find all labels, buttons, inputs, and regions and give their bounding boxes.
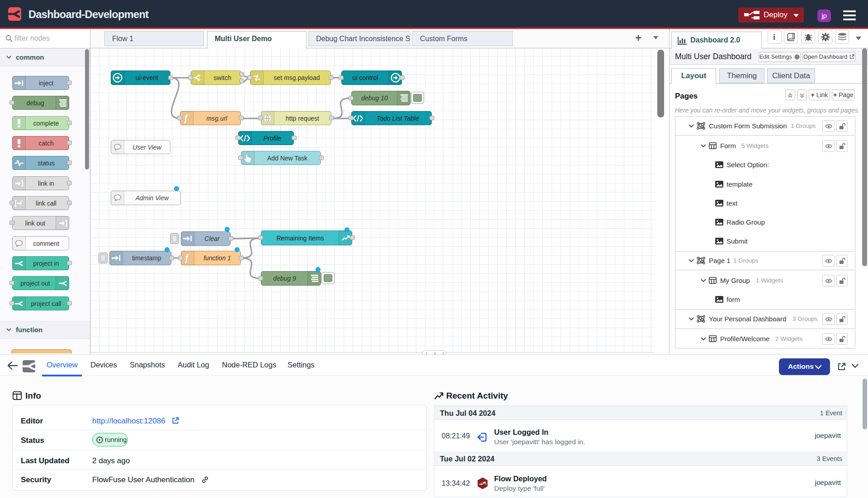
svg-text:f: f bbox=[185, 253, 189, 263]
svg-text:i: i bbox=[773, 33, 775, 41]
svg-text:f: f bbox=[184, 113, 189, 123]
